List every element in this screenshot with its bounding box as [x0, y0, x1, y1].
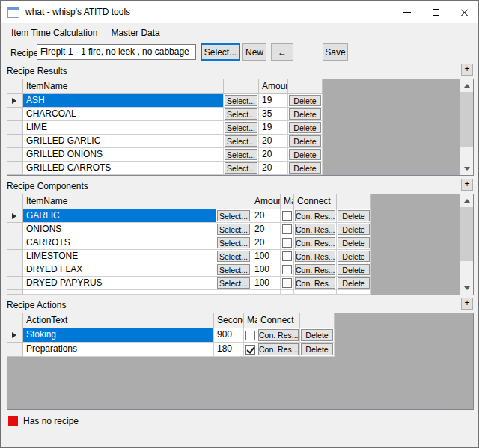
scroll-down-icon[interactable] [460, 282, 473, 295]
connect-resource-button[interactable]: Con. Res... [295, 277, 335, 289]
results-add-button[interactable]: + [461, 64, 473, 76]
scroll-up-icon[interactable] [460, 194, 473, 207]
delete-button[interactable]: Delete [338, 277, 370, 289]
row-header[interactable] [7, 135, 23, 148]
itemname-cell[interactable]: GARLIC [23, 209, 216, 223]
scrollbar-thumb[interactable] [460, 92, 473, 147]
scrollbar-thumb[interactable] [460, 207, 473, 261]
maximize-button[interactable] [421, 1, 450, 23]
delete-button[interactable]: Delete [289, 122, 321, 133]
row-header[interactable] [7, 223, 23, 236]
amount-cell[interactable]: 20 [259, 148, 288, 162]
column-header-seconds[interactable]: Seconds [214, 313, 244, 328]
table-row[interactable]: GRILLED CARROTS Select... 20 Delete [7, 162, 473, 175]
amount-cell[interactable]: 20 [251, 209, 281, 223]
select-button[interactable]: Select... [225, 162, 257, 174]
connect-cell[interactable] [294, 290, 337, 295]
column-header-actiontext[interactable]: ActionText [23, 313, 214, 328]
ma-checkbox[interactable] [282, 251, 292, 261]
table-row[interactable]: GRILLED ONIONS Select... 20 Delete [7, 148, 473, 162]
column-header-amount[interactable]: Amount [251, 194, 281, 209]
itemname-cell[interactable]: CHARCOAL [23, 108, 224, 121]
row-header[interactable] [7, 121, 23, 135]
column-header-delete[interactable] [337, 194, 371, 209]
scroll-up-icon[interactable] [460, 79, 473, 92]
select-button[interactable]: Select... [217, 277, 250, 289]
row-header[interactable] [7, 209, 23, 223]
select-button[interactable]: Select... [217, 264, 250, 275]
itemname-cell[interactable]: LIMESTONE [23, 250, 216, 263]
select-button[interactable]: Select... [217, 237, 250, 248]
delete-button[interactable]: Delete [338, 237, 370, 248]
amount-cell[interactable] [251, 290, 281, 295]
connect-resource-button[interactable]: Con. Res... [258, 329, 299, 341]
itemname-cell[interactable]: DRYED PAPYRUS [23, 277, 216, 290]
itemname-cell[interactable]: ONIONS [23, 223, 216, 236]
row-header[interactable] [7, 236, 23, 250]
row-header[interactable] [7, 343, 23, 357]
connect-resource-button[interactable]: Con. Res... [295, 210, 335, 221]
table-row[interactable]: GARLIC Select... 20 Con. Res... Delete [7, 209, 473, 223]
itemname-cell[interactable]: LIME [23, 121, 224, 135]
table-row[interactable]: GRILLED GARLIC Select... 20 Delete [7, 135, 473, 148]
delete-button[interactable]: Delete [338, 251, 370, 262]
row-header[interactable] [7, 148, 23, 162]
column-header-delete[interactable] [300, 313, 335, 328]
column-header-select[interactable] [216, 194, 251, 209]
itemname-cell[interactable]: GRILLED GARLIC [23, 135, 224, 148]
itemname-cell[interactable]: DRYED FLAX [23, 263, 216, 277]
column-header-delete[interactable] [288, 79, 323, 94]
ma-cell[interactable] [281, 290, 294, 295]
ma-checkbox[interactable] [245, 331, 255, 340]
seconds-cell[interactable]: 900 [214, 328, 244, 343]
recipe-save-button[interactable]: Save [323, 43, 348, 61]
table-row[interactable]: DRYED PAPYRUS Select... 100 Con. Res... … [7, 277, 473, 290]
row-header[interactable] [7, 94, 23, 108]
amount-cell[interactable]: 100 [251, 263, 281, 277]
delete-button[interactable]: Delete [338, 264, 370, 275]
table-row[interactable]: LIME Select... 19 Delete [7, 121, 473, 135]
delete-button[interactable]: Delete [301, 329, 333, 341]
recipe-select-button[interactable]: Select... [201, 43, 240, 61]
table-row[interactable]: DRYED FLAX Select... 100 Con. Res... Del… [7, 263, 473, 277]
table-row[interactable]: LIMESTONE Select... 100 Con. Res... Dele… [7, 250, 473, 263]
itemname-cell[interactable]: CARROTS [23, 236, 216, 250]
select-button[interactable]: Select... [217, 210, 250, 221]
connect-resource-button[interactable]: Con. Res... [258, 343, 299, 355]
table-row[interactable]: ONIONS Select... 20 Con. Res... Delete [7, 223, 473, 236]
results-vertical-scrollbar[interactable] [460, 79, 473, 175]
row-header[interactable] [7, 108, 23, 121]
actiontext-cell[interactable]: Stoking [23, 328, 214, 343]
amount-cell[interactable]: 20 [251, 223, 281, 236]
select-button[interactable]: Select... [225, 135, 257, 147]
components-add-button[interactable]: + [461, 179, 473, 191]
delete-button[interactable]: Delete [289, 108, 321, 120]
delete-button[interactable]: Delete [289, 95, 321, 106]
ma-checkbox[interactable] [282, 278, 292, 288]
seconds-cell[interactable]: 180 [214, 343, 244, 357]
table-row[interactable]: CHARCOAL Select... 35 Delete [7, 108, 473, 121]
delete-button[interactable]: Delete [338, 210, 370, 221]
row-header[interactable] [7, 277, 23, 290]
itemname-cell[interactable]: GRILLED CARROTS [23, 162, 224, 175]
table-row[interactable]: Preparations 180 Con. Res... Delete [7, 343, 473, 357]
amount-cell[interactable]: 20 [251, 236, 281, 250]
amount-cell[interactable]: 20 [259, 162, 288, 175]
select-button[interactable]: Select... [225, 95, 257, 106]
delete-button[interactable]: Delete [289, 135, 321, 147]
select-button[interactable]: Select... [217, 224, 250, 235]
select-button[interactable]: Select... [225, 149, 257, 160]
delete-button[interactable]: Delete [289, 149, 321, 160]
recipe-new-button[interactable]: New [242, 43, 266, 61]
connect-resource-button[interactable]: Con. Res... [295, 264, 335, 275]
column-header-connect[interactable]: Connect [257, 313, 300, 328]
delete-button[interactable]: Delete [289, 162, 321, 174]
column-header-itemname[interactable]: ItemName [23, 79, 224, 94]
scroll-down-icon[interactable] [460, 162, 473, 175]
amount-cell[interactable]: 35 [259, 108, 288, 121]
actiontext-cell[interactable]: Preparations [23, 343, 214, 357]
connect-resource-button[interactable]: Con. Res... [295, 224, 335, 235]
row-header[interactable] [7, 263, 23, 277]
column-header-ma[interactable]: Ma [281, 194, 294, 209]
select-button[interactable]: Select... [217, 251, 250, 262]
